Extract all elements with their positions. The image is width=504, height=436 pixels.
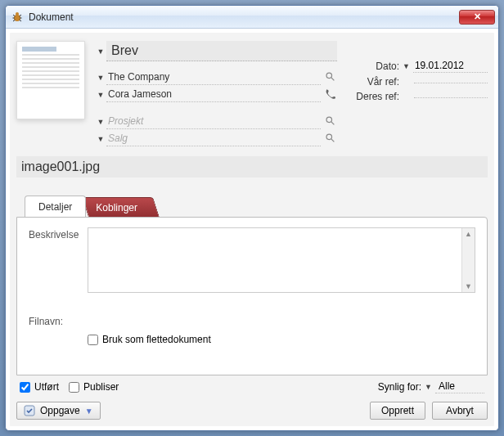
filename-label: Filnavn:	[29, 314, 81, 327]
dialog-window: Dokument ✕ ▼ Brev ▼ The Company	[5, 5, 499, 431]
our-ref-field[interactable]	[414, 81, 488, 83]
svg-point-8	[326, 73, 332, 79]
description-label: Beskrivelse	[29, 227, 81, 240]
scrollbar[interactable]: ▲ ▼	[461, 228, 475, 292]
close-icon: ✕	[474, 11, 481, 22]
meta-fields: Dato: ▼ 19.01.2012 Vår ref: Deres ref:	[349, 41, 488, 146]
window-title: Dokument	[29, 11, 459, 23]
tab-links[interactable]: Koblinger	[82, 197, 160, 217]
done-checkbox-row[interactable]: Utført	[20, 381, 59, 393]
search-icon[interactable]	[322, 115, 337, 128]
publish-checkbox-row[interactable]: Publiser	[69, 381, 119, 393]
content-area: ▼ Brev ▼ The Company ▼ Cora Jameson	[9, 32, 495, 427]
titlebar[interactable]: Dokument ✕	[6, 6, 498, 29]
company-field[interactable]: The Company	[106, 70, 321, 85]
visible-for-label: Synlig for:	[378, 381, 421, 393]
task-label: Oppgave	[40, 405, 80, 416]
search-icon[interactable]	[322, 71, 337, 84]
dropdown-icon[interactable]: ▼	[425, 383, 432, 391]
main-fields: ▼ Brev ▼ The Company ▼ Cora Jameson	[97, 41, 337, 146]
dropdown-icon[interactable]: ▼	[97, 91, 105, 99]
task-icon	[24, 405, 35, 416]
svg-line-11	[331, 122, 334, 124]
publish-checkbox[interactable]	[69, 382, 79, 393]
scroll-down-icon[interactable]: ▼	[465, 282, 472, 290]
phone-icon[interactable]	[322, 88, 337, 101]
our-ref-label: Vår ref:	[349, 76, 399, 88]
cancel-button[interactable]: Avbryt	[432, 402, 488, 420]
project-field[interactable]: Prosjekt	[106, 114, 321, 129]
visible-for-field[interactable]: Alle	[435, 380, 484, 393]
contact-field[interactable]: Cora Jameson	[106, 87, 321, 102]
header-row: ▼ Brev ▼ The Company ▼ Cora Jameson	[16, 41, 488, 146]
svg-line-2	[13, 15, 16, 16]
scroll-up-icon[interactable]: ▲	[465, 230, 472, 238]
their-ref-field[interactable]	[414, 96, 488, 98]
task-menu-button[interactable]: Oppgave ▼	[16, 402, 101, 420]
document-type-field[interactable]: Brev	[106, 41, 337, 61]
date-label: Dato:	[349, 61, 399, 72]
dropdown-icon[interactable]: ▼	[97, 47, 105, 56]
merge-checkbox-row[interactable]: Bruk som flettedokument	[88, 334, 211, 345]
document-preview[interactable]	[16, 41, 85, 119]
svg-line-7	[20, 20, 22, 21]
their-ref-label: Deres ref:	[349, 91, 399, 102]
svg-point-12	[326, 134, 332, 140]
chevron-down-icon: ▼	[85, 407, 93, 416]
tab-pane-details: Beskrivelse ▲ ▼ Filnavn: Bruk som flette…	[16, 217, 488, 375]
description-textarea[interactable]: ▲ ▼	[88, 227, 475, 293]
search-icon[interactable]	[322, 133, 337, 146]
tab-label: Detaljer	[38, 201, 72, 213]
svg-point-10	[326, 117, 332, 123]
dropdown-icon[interactable]: ▼	[97, 74, 105, 82]
svg-line-9	[331, 78, 334, 80]
publish-label: Publiser	[83, 381, 119, 393]
merge-checkbox[interactable]	[88, 335, 98, 345]
footer: Oppgave ▼ Opprett Avbryt	[16, 402, 488, 420]
done-label: Utført	[34, 381, 59, 393]
done-checkbox[interactable]	[20, 382, 30, 393]
app-icon	[11, 11, 24, 24]
merge-label: Bruk som flettedokument	[102, 334, 211, 345]
date-field[interactable]: 19.01.2012	[413, 59, 488, 73]
tab-details[interactable]: Detaljer	[25, 196, 86, 217]
tab-label: Koblinger	[97, 202, 138, 214]
create-button[interactable]: Opprett	[370, 402, 425, 420]
svg-line-13	[331, 139, 334, 142]
dropdown-icon[interactable]: ▼	[403, 62, 410, 70]
sale-field[interactable]: Salg	[106, 131, 321, 146]
dropdown-icon[interactable]: ▼	[97, 135, 105, 143]
svg-point-1	[16, 12, 19, 16]
dropdown-icon[interactable]: ▼	[97, 118, 105, 126]
svg-line-6	[13, 20, 16, 21]
svg-line-3	[20, 15, 22, 16]
file-title-field[interactable]: image001.jpg	[16, 156, 488, 178]
status-bar: Utført Publiser Synlig for: ▼ Alle	[16, 379, 488, 395]
tabs: Detaljer Koblinger	[16, 196, 488, 217]
close-button[interactable]: ✕	[459, 10, 495, 25]
